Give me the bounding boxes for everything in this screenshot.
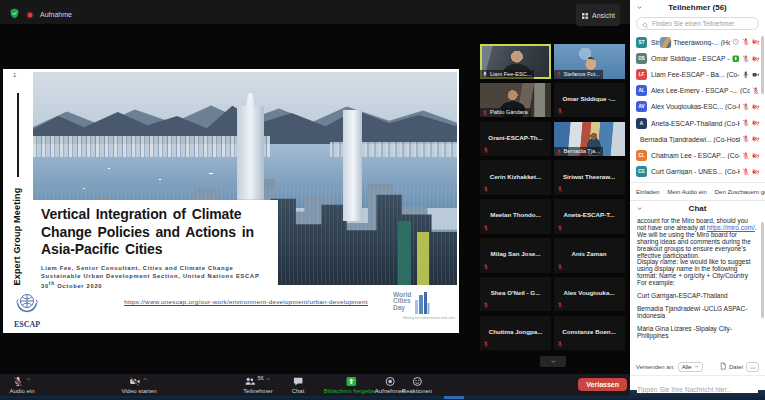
- participant-name: Curt Garrigan - UNES... (Co-Host): [651, 168, 740, 175]
- record-icon: [384, 376, 395, 387]
- mic-muted-icon: [483, 264, 489, 270]
- chat-messages: account for the Miro board, should you n…: [630, 216, 765, 358]
- slide-subtitle: Liam Fee, Senior Consultant, Cities and …: [41, 264, 270, 290]
- mic-muted-icon: [483, 225, 489, 231]
- chevron-down-icon: [694, 364, 699, 370]
- taskbar-accent: [444, 396, 464, 399]
- presentation-slide: 1 Expert Group Meeting Vertica: [3, 69, 459, 333]
- participant-row[interactable]: LF Liam Fee-ESCAP - Ba... (Co-Host): [630, 66, 765, 82]
- avatar: ST: [636, 37, 647, 48]
- video-tile[interactable]: Siriwat Theeraw...: [554, 160, 625, 195]
- chat-more-button[interactable]: [746, 362, 759, 372]
- video-tile[interactable]: Shea O'Neil - G...: [480, 277, 551, 312]
- tile-participant-name: Orani-ESCAP-Th...: [482, 134, 549, 141]
- cam-on-icon: [752, 71, 760, 79]
- video-tile[interactable]: Meelan Thondo...: [480, 199, 551, 234]
- video-tile[interactable]: Cerin Kizhakket...: [480, 160, 551, 195]
- toolbar-video-button[interactable]: Video starten: [121, 376, 156, 394]
- mic-muted-icon: [557, 186, 563, 192]
- mic-muted-icon: [483, 341, 489, 347]
- toolbar-record-button[interactable]: Aufnehmen: [375, 376, 406, 394]
- participant-row[interactable]: ST Siriwat Theerawong-... (Host): [630, 34, 765, 50]
- participant-row[interactable]: AL Alex Lee-Emery - ESCAP -... (Co-Host): [630, 83, 765, 99]
- avatar: OS: [636, 53, 647, 64]
- participants-footer-button[interactable]: Mein Audio ein: [667, 189, 706, 195]
- participant-name: Aneta-ESCAP-Thailand (Co-Host): [651, 120, 740, 127]
- video-tile[interactable]: Constanze Boen...: [554, 316, 625, 351]
- toolbar-participants-button[interactable]: 56 Teilnehmer: [243, 376, 272, 394]
- chat-message: Maria Gina Lizares -Sipalay City-Philipp…: [637, 326, 757, 340]
- video-tile[interactable]: Liam Fee-ESC...: [480, 44, 551, 79]
- chat-collapse-icon[interactable]: [636, 205, 643, 212]
- video-tile[interactable]: Orani-ESCAP-Th...: [480, 122, 551, 157]
- participants-title: Teilnehmer (56): [668, 3, 727, 12]
- cam-off-icon: [752, 135, 760, 143]
- avatar: [660, 37, 671, 48]
- participants-footer-button[interactable]: Den Zuschauern gestatten, di...: [715, 189, 765, 195]
- mic-muted-icon: [483, 302, 489, 308]
- grid-view-icon: [581, 6, 589, 24]
- participant-row[interactable]: Bernadia Tjandradewi... (Co-Host): [630, 131, 765, 147]
- video-tile[interactable]: Stefanos Fot...: [554, 44, 625, 79]
- slide-number: 1: [13, 72, 16, 78]
- video-tile[interactable]: Chutima Jongpa...: [480, 316, 551, 351]
- more-tiles-button[interactable]: [540, 356, 566, 367]
- participant-row[interactable]: CG Curt Garrigan - UNES... (Co-Host): [630, 164, 765, 180]
- chat-scrollbar[interactable]: [761, 222, 764, 318]
- video-tile[interactable]: Pablo Gándara: [480, 83, 551, 118]
- view-button[interactable]: Ansicht: [576, 4, 620, 26]
- mic-muted-icon: [557, 302, 563, 308]
- avatar: CL: [636, 150, 647, 161]
- video-tile[interactable]: Bernadia Tja...: [554, 122, 625, 157]
- mic-off-dark-icon: [13, 376, 24, 387]
- participant-search-input[interactable]: [652, 20, 753, 27]
- mic-off-icon: [742, 103, 750, 111]
- send-to-label: Versenden an:: [636, 364, 675, 370]
- leave-button[interactable]: Verlassen: [578, 378, 627, 391]
- chat-message-input[interactable]: [637, 386, 758, 393]
- video-tile[interactable]: Anis Zaman: [554, 238, 625, 273]
- participant-row[interactable]: OS Omar Siddique - ESCAP - T...: [630, 50, 765, 66]
- tile-mute-indicator: [557, 108, 563, 114]
- video-tile[interactable]: Milag San Jose...: [480, 238, 551, 273]
- participant-row[interactable]: AV Alex Vougioukas-ESC... (Co-Host): [630, 99, 765, 115]
- participant-count-badge: 56: [257, 375, 263, 381]
- toolbar-label: Aufnehmen: [375, 388, 406, 394]
- toolbar-label: Audio ein: [9, 388, 34, 394]
- video-tile[interactable]: Omar Siddique -...: [554, 83, 625, 118]
- tile-mute-indicator: [557, 225, 563, 231]
- video-tile[interactable]: Alex Vougiouka...: [554, 277, 625, 312]
- participant-search[interactable]: [636, 17, 759, 30]
- video-tile[interactable]: Aneta-ESCAP-T...: [554, 199, 625, 234]
- toolbar-label: Video starten: [121, 388, 156, 394]
- participant-status-icons: [742, 119, 760, 127]
- file-button[interactable]: Datei: [719, 362, 743, 371]
- toolbar-reactions-button[interactable]: Reaktionen: [402, 376, 432, 394]
- tile-participant-name: Milag San Jose...: [482, 250, 549, 257]
- toolbar-audio-button[interactable]: Audio ein: [9, 376, 34, 394]
- slide-url-link[interactable]: https://www.unescap.org/our-work/environ…: [101, 298, 391, 305]
- tile-participant-name: Anis Zaman: [556, 250, 623, 257]
- participant-status-icons: [742, 71, 760, 79]
- participant-row[interactable]: A Aneta-ESCAP-Thailand (Co-Host): [630, 115, 765, 131]
- participant-row[interactable]: CL Chatnam Lee - ESCAP... (Co-Host): [630, 147, 765, 163]
- toolbar-chat-button[interactable]: Chat: [292, 376, 305, 394]
- caret-up-icon: [26, 376, 32, 382]
- participants-scrollbar[interactable]: [761, 36, 764, 94]
- mic-muted-icon: [483, 147, 489, 153]
- send-to-select[interactable]: Alle: [678, 362, 703, 372]
- participant-name: Alex Vougioukas-ESC... (Co-Host): [651, 103, 740, 110]
- participants-collapse-icon[interactable]: [636, 4, 643, 11]
- participants-list: ST Siriwat Theerawong-... (Host) OS Omar…: [630, 34, 765, 180]
- tile-mute-indicator: [483, 341, 489, 347]
- participants-footer: EinladenMein Audio einDen Zuschauern ges…: [630, 182, 765, 200]
- toolbar-share-button[interactable]: Bildschirm freigeben: [324, 376, 378, 394]
- participant-status-icons: [742, 103, 760, 111]
- participant-name: Liam Fee-ESCAP - Ba... (Co-Host): [651, 71, 740, 78]
- toolbar-label: Chat: [292, 388, 305, 394]
- avatar: AL: [636, 85, 647, 96]
- participants-footer-button[interactable]: Einladen: [636, 189, 659, 195]
- tile-mute-indicator: [483, 147, 489, 153]
- recording-label: Aufnahme: [40, 11, 72, 18]
- slide-divider-line: [17, 93, 19, 177]
